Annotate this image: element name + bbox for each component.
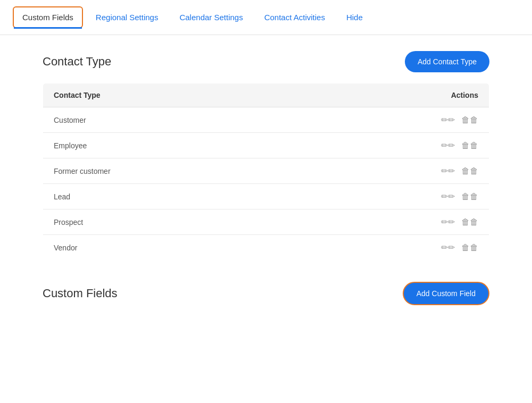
delete-icon[interactable]: 🗑 (461, 166, 478, 176)
tab-custom-fields[interactable]: Custom Fields (13, 6, 83, 28)
table-row: Prospect ✏ 🗑 (43, 209, 489, 235)
delete-icon[interactable]: 🗑 (461, 192, 478, 202)
actions-cell: ✏ 🗑 (290, 158, 489, 184)
contact-type-name: Prospect (43, 209, 290, 235)
actions-cell: ✏ 🗑 (290, 107, 489, 133)
col-actions: Actions (290, 83, 489, 107)
add-custom-field-button[interactable]: Add Custom Field (403, 282, 489, 305)
actions-cell: ✏ 🗑 (290, 133, 489, 158)
table-row: Customer ✏ 🗑 (43, 107, 489, 133)
contact-type-name: Vendor (43, 235, 290, 261)
contact-type-name: Employee (43, 133, 290, 158)
col-contact-type: Contact Type (43, 83, 290, 107)
edit-icon[interactable]: ✏ (441, 217, 455, 227)
custom-fields-title: Custom Fields (43, 287, 118, 300)
contact-type-name: Customer (43, 107, 290, 133)
tabs-bar: Custom Fields Regional Settings Calendar… (0, 0, 532, 35)
table-row: Employee ✏ 🗑 (43, 133, 489, 158)
actions-cell: ✏ 🗑 (290, 209, 489, 235)
delete-icon[interactable]: 🗑 (461, 115, 478, 125)
contact-type-header: Contact Type Add Contact Type (43, 51, 489, 72)
custom-fields-section: Custom Fields Add Custom Field (43, 282, 489, 305)
edit-icon[interactable]: ✏ (441, 242, 455, 253)
edit-icon[interactable]: ✏ (441, 191, 455, 202)
delete-icon[interactable]: 🗑 (461, 243, 478, 253)
contact-type-name: Former customer (43, 158, 290, 184)
contact-type-table: Contact Type Actions Customer ✏ 🗑 Employ… (43, 83, 489, 261)
contact-type-name: Lead (43, 184, 290, 209)
custom-fields-header: Custom Fields Add Custom Field (43, 282, 489, 305)
table-row: Vendor ✏ 🗑 (43, 235, 489, 261)
actions-cell: ✏ 🗑 (290, 235, 489, 261)
delete-icon[interactable]: 🗑 (461, 217, 478, 227)
actions-cell: ✏ 🗑 (290, 184, 489, 209)
tab-contact-activities[interactable]: Contact Activities (254, 1, 336, 33)
edit-icon[interactable]: ✏ (441, 115, 455, 125)
tab-calendar-settings[interactable]: Calendar Settings (169, 1, 253, 33)
contact-type-title: Contact Type (43, 55, 111, 69)
table-row: Lead ✏ 🗑 (43, 184, 489, 209)
table-row: Former customer ✏ 🗑 (43, 158, 489, 184)
contact-type-section: Contact Type Add Contact Type Contact Ty… (43, 51, 489, 261)
tab-regional-settings[interactable]: Regional Settings (85, 1, 169, 33)
main-content: Contact Type Add Contact Type Contact Ty… (0, 35, 532, 342)
page-wrapper: Custom Fields Regional Settings Calendar… (0, 0, 532, 403)
tab-hide[interactable]: Hide (336, 1, 373, 33)
delete-icon[interactable]: 🗑 (461, 141, 478, 150)
add-contact-type-button[interactable]: Add Contact Type (405, 51, 489, 72)
table-header-row: Contact Type Actions (43, 83, 489, 107)
edit-icon[interactable]: ✏ (441, 140, 455, 150)
edit-icon[interactable]: ✏ (441, 166, 455, 176)
